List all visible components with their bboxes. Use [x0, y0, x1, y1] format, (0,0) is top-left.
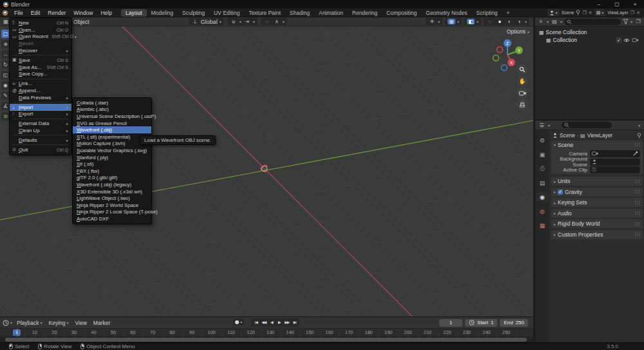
properties-tab[interactable]: ⚙	[536, 135, 549, 145]
workspace-tab[interactable]: Geometry Nodes	[421, 9, 471, 17]
proportional-edit-controls[interactable]: ◌ ∧ ▾	[261, 18, 287, 25]
timeline-menu-item[interactable]: Playback▾	[14, 320, 46, 326]
import-menu-item[interactable]: Wavefront (.obj)	[73, 126, 151, 133]
new-viewlayer-icon[interactable]: ❐	[630, 10, 634, 15]
close-button[interactable]: ×	[626, 0, 644, 8]
solid-shading-icon[interactable]: ●	[496, 19, 504, 24]
properties-tab[interactable]: ⎙	[536, 164, 549, 173]
import-menu-item[interactable]: Ninja Ripper 2 World Space	[73, 202, 151, 209]
import-menu-item[interactable]: Universal Scene Description (.usd*)	[73, 113, 151, 120]
camera-view-icon[interactable]	[516, 87, 528, 99]
xray-toggle[interactable]: ◧▾	[464, 18, 481, 25]
file-menu-item[interactable]: Clean Up ▸	[10, 127, 71, 134]
scene-selector[interactable]: ▾	[547, 9, 560, 16]
clock-editor-icon[interactable]	[3, 320, 9, 326]
file-menu-item[interactable]: Save As... Shift Ctrl S	[10, 64, 71, 71]
active-clip-field[interactable]: ◫	[590, 166, 640, 173]
toggle-perspective-icon[interactable]	[516, 99, 528, 110]
file-menu-item[interactable]: ▭ Open Recent Shift Ctrl O ▸	[10, 34, 71, 41]
workspace-tab[interactable]: Animation	[314, 9, 348, 17]
scene-panel-header[interactable]: ▾ Scene	[551, 141, 643, 149]
properties-panel-header[interactable]: ▸ Custom Properties	[551, 230, 643, 239]
outliner-row-scene-collection[interactable]: ▦ Scene Collection	[535, 28, 644, 36]
file-menu-item[interactable]: Revert	[10, 40, 71, 47]
zoom-icon[interactable]	[516, 64, 528, 75]
maximize-button[interactable]: ▢	[608, 0, 626, 8]
import-menu-item[interactable]: glTF 2.0 (.glb/.gltf)	[73, 175, 151, 182]
transport-button[interactable]: ▶	[276, 319, 283, 326]
auto-keying-toggle[interactable]: ▾	[233, 318, 244, 326]
orientation-dropdown[interactable]: ⟂ Global ▾	[189, 18, 224, 25]
scrollbar-thumb[interactable]	[5, 338, 527, 342]
timeline-menu-item[interactable]: View	[72, 320, 90, 326]
unlink-scene-icon[interactable]: ✕	[589, 10, 592, 15]
scene-name[interactable]: Scene	[562, 10, 574, 15]
file-menu-item[interactable]: ↓ Import ▸	[10, 104, 71, 111]
file-menu-item[interactable]: Data Previews ▸	[10, 94, 71, 101]
drag-dots-icon[interactable]	[634, 222, 640, 226]
file-menu-item[interactable]: ⊙ Quit Ctrl Q	[10, 146, 71, 153]
properties-tab[interactable]: ◉	[536, 192, 549, 202]
properties-panel-header[interactable]: ▸ Audio	[551, 209, 643, 218]
transport-button[interactable]: ▶▶	[283, 319, 290, 326]
workspace-tab[interactable]: UV Editing	[209, 9, 244, 17]
file-menu-item[interactable]: ▣ Save Ctrl S	[10, 57, 71, 64]
remove-viewlayer-icon[interactable]: ✕	[636, 10, 640, 15]
workspace-tab[interactable]: Rendering	[348, 9, 382, 17]
pin-icon[interactable]	[637, 133, 641, 139]
pin-icon[interactable]	[576, 10, 580, 15]
transport-button[interactable]: ◀◀	[260, 319, 267, 326]
import-menu-item[interactable]: Wavefront (.obj) (legacy)	[73, 181, 151, 188]
import-menu-item[interactable]: FBX (.fbx)	[73, 168, 151, 175]
import-menu-item[interactable]: Ninja Ripper 2 Local Space (T-pose)	[73, 209, 151, 216]
drag-dots-icon[interactable]	[634, 190, 640, 194]
blender-menu-icon[interactable]	[0, 10, 10, 15]
display-mode-icon[interactable]: ▤	[551, 19, 558, 24]
frame-start-field[interactable]: Start1	[465, 319, 497, 327]
workspace-tab[interactable]: Sculpting	[178, 9, 209, 17]
properties-panel-header[interactable]: ▸ Units	[551, 177, 643, 186]
snap-controls[interactable]: ⊍ ▾ ⇥ ▾	[227, 18, 258, 25]
import-menu-item[interactable]: X3D Extensible 3D (.x3d/.wrl)	[73, 188, 151, 195]
drag-dots-icon[interactable]	[634, 232, 640, 237]
workspace-tab[interactable]: +	[502, 9, 515, 17]
menu-item[interactable]: Render	[44, 9, 70, 17]
workspace-tab[interactable]: Modeling	[147, 9, 178, 17]
breadcrumb-viewlayer[interactable]: ViewLayer	[587, 132, 613, 139]
import-menu-item[interactable]: LightWave Object (.lwo)	[73, 195, 151, 202]
properties-panel-header[interactable]: ▸ ✓ Gravity	[551, 188, 643, 197]
exclude-checkbox[interactable]: ✓	[616, 37, 621, 43]
options-dropdown[interactable]: Options ▾	[507, 28, 529, 35]
transport-button[interactable]: |◀	[252, 319, 260, 326]
wireframe-shading-icon[interactable]: ◌	[486, 19, 494, 24]
file-menu-item[interactable]: Save Copy...	[10, 71, 71, 78]
menu-item[interactable]: Window	[70, 9, 97, 17]
properties-tab[interactable]: ▦	[536, 220, 549, 230]
playhead-frame-badge[interactable]: 1	[13, 329, 21, 336]
breadcrumb-scene[interactable]: Scene	[560, 132, 575, 139]
background-scene-field[interactable]	[590, 159, 640, 166]
import-menu-item[interactable]: Collada (.dae)	[73, 99, 151, 106]
editor-type-icon[interactable]: ≡	[537, 19, 545, 24]
menu-item[interactable]: Edit	[27, 9, 44, 17]
outliner-row-collection[interactable]: ▦ Collection ✓	[535, 36, 644, 44]
properties-panel-header[interactable]: ▸ Rigid Body World	[551, 219, 643, 228]
properties-panel-header[interactable]: ▸ Keying Sets	[551, 198, 643, 207]
import-menu-item[interactable]: Stl (.stl)	[73, 160, 151, 168]
properties-tab[interactable]: ▤	[536, 178, 549, 188]
overlays-toggle[interactable]: ◍▾	[445, 18, 462, 25]
transport-button[interactable]: ▶|	[291, 319, 298, 326]
file-menu-item[interactable]: Recover ▸	[10, 47, 71, 54]
properties-tab[interactable]: ◍	[536, 206, 549, 216]
new-scene-icon[interactable]: ❐	[582, 10, 586, 15]
file-menu-item[interactable]: ∞ Link...	[10, 80, 71, 87]
gizmo-toggle[interactable]: ✛▾	[426, 18, 442, 25]
current-frame-field[interactable]: 1	[439, 319, 462, 327]
file-menu-item[interactable]: @ Append...	[10, 87, 71, 94]
timeline-menu-item[interactable]: Keying▾	[46, 320, 72, 326]
timeline-ruler[interactable]: 1 10203040506070809010011012013014015016…	[0, 328, 533, 336]
import-menu-item[interactable]: Alembic (.abc)	[73, 106, 151, 113]
new-collection-icon[interactable]: ❐	[634, 19, 642, 24]
file-menu-item[interactable]: ▯ New Ctrl N	[10, 19, 71, 26]
camera-field[interactable]	[590, 150, 640, 157]
